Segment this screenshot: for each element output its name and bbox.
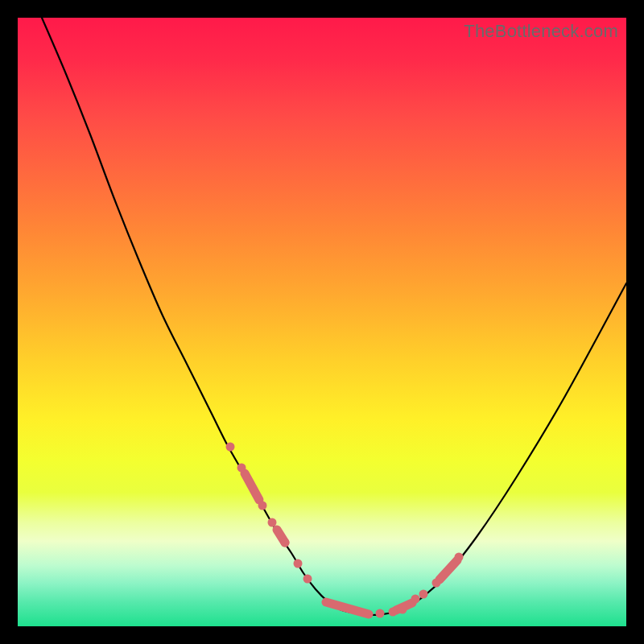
bead-marker: [226, 443, 235, 452]
bead-marker: [281, 539, 290, 547]
bead-marker: [398, 605, 407, 614]
bead-marker: [303, 575, 312, 584]
bead-marker: [268, 518, 277, 527]
bead-marker: [455, 553, 464, 562]
curve-markers: [226, 443, 464, 618]
bead-marker: [376, 609, 385, 618]
bead-marker: [389, 608, 398, 617]
bead-marker: [419, 590, 428, 599]
bead-marker: [237, 464, 246, 473]
bottleneck-curve: [42, 18, 626, 615]
bead-marker: [258, 502, 267, 510]
bead-marker: [294, 559, 303, 568]
bead-marker: [411, 595, 420, 604]
bead-marker: [432, 579, 441, 588]
bead-segment: [326, 602, 369, 614]
image-frame: TheBottleneck.com: [0, 0, 644, 644]
curve-svg: [18, 18, 626, 626]
bead-segment: [440, 560, 457, 580]
bead-segment: [245, 473, 259, 500]
plot-area: TheBottleneck.com: [18, 18, 626, 626]
